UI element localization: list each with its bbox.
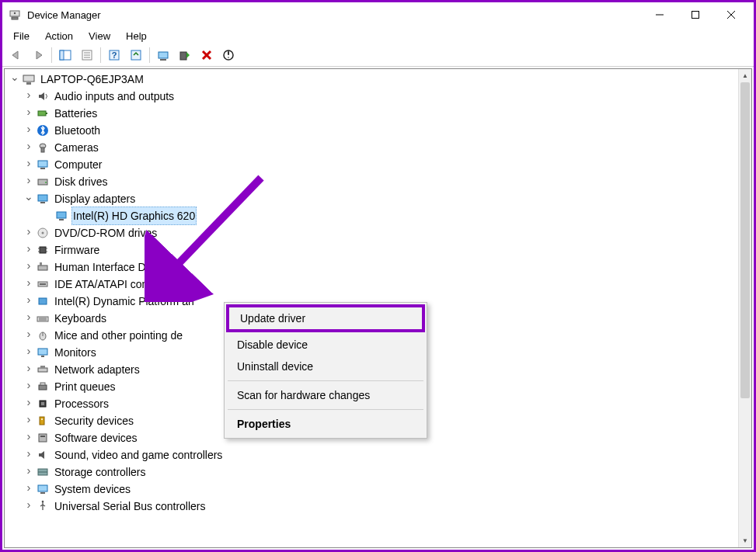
tree-label: Sound, video and game controllers (53, 446, 224, 463)
expand-toggle[interactable] (23, 189, 34, 208)
ctx-update-driver[interactable]: Update driver (229, 307, 422, 329)
svg-rect-69 (38, 485, 47, 491)
tree-item-dvd[interactable]: DVD/CD-ROM drives (5, 224, 738, 241)
svg-rect-63 (40, 417, 44, 425)
disable-device-button[interactable] (219, 46, 238, 64)
svg-text:?: ? (112, 50, 117, 60)
forward-button[interactable] (29, 46, 47, 64)
dvd-icon (36, 226, 50, 240)
svg-rect-4 (692, 12, 699, 19)
tree-label: DVD/CD-ROM drives (53, 224, 159, 241)
tree-item-diskdrives[interactable]: Disk drives (5, 173, 738, 190)
svg-rect-49 (39, 298, 47, 304)
tree-item-system[interactable]: System devices (5, 481, 738, 498)
ctx-scan-hardware[interactable]: Scan for hardware changes (226, 384, 425, 406)
expand-toggle[interactable] (23, 480, 34, 498)
tree-label: Cameras (53, 139, 100, 156)
tree-item-cameras[interactable]: Cameras (5, 139, 738, 156)
expand-toggle[interactable] (23, 343, 34, 362)
tree-item-storage[interactable]: Storage controllers (5, 463, 738, 481)
expand-toggle[interactable] (9, 70, 20, 89)
expand-toggle[interactable] (23, 360, 34, 379)
tree-item-sound[interactable]: Sound, video and game controllers (5, 446, 738, 463)
tree-item-display-adapters[interactable]: Display adapters (5, 190, 738, 207)
uninstall-device-button[interactable] (197, 46, 216, 64)
tree-item-hid[interactable]: Human Interface Devices (5, 259, 738, 276)
ctx-properties[interactable]: Properties (226, 413, 425, 435)
toolbar: ? (2, 44, 754, 66)
expand-toggle[interactable] (23, 138, 34, 157)
app-icon (9, 9, 21, 21)
tree-item-usb[interactable]: Universal Serial Bus controllers (5, 498, 738, 515)
scroll-thumb[interactable] (740, 82, 750, 398)
expand-toggle[interactable] (23, 172, 34, 191)
tree-label: IDE ATA/ATAPI controllers (53, 276, 182, 293)
svg-rect-60 (40, 383, 45, 385)
tree-item-audio[interactable]: Audio inputs and outputs (5, 88, 738, 105)
menu-help[interactable]: Help (118, 29, 155, 43)
expand-toggle[interactable] (23, 309, 34, 328)
expand-toggle[interactable] (23, 497, 34, 516)
ctx-separator (228, 380, 423, 381)
menu-view[interactable]: View (81, 29, 118, 43)
expand-toggle[interactable] (23, 87, 34, 106)
minimize-button[interactable] (642, 3, 678, 26)
expand-toggle[interactable] (23, 292, 34, 311)
expand-toggle[interactable] (23, 326, 34, 345)
expand-toggle[interactable] (23, 224, 34, 242)
expand-toggle[interactable] (23, 446, 34, 464)
ctx-uninstall-device[interactable]: Uninstall device (226, 356, 425, 377)
tree-label: Disk drives (53, 173, 109, 190)
back-button[interactable] (7, 46, 26, 64)
window-title: Device Manager (27, 9, 101, 21)
close-button[interactable] (713, 3, 749, 26)
expand-toggle[interactable] (23, 104, 34, 123)
svg-point-2 (14, 12, 16, 14)
scroll-track[interactable] (739, 82, 751, 534)
expand-toggle[interactable] (23, 394, 34, 413)
scroll-up-button[interactable]: ▲ (739, 69, 751, 82)
expand-toggle[interactable] (23, 241, 34, 259)
expand-toggle[interactable] (23, 155, 34, 174)
svg-rect-65 (39, 434, 47, 442)
update-driver-button[interactable] (154, 46, 172, 64)
svg-rect-8 (60, 50, 64, 60)
menu-action[interactable]: Action (37, 29, 81, 43)
show-hide-tree-button[interactable] (56, 46, 75, 64)
svg-rect-37 (59, 219, 64, 220)
maximize-button[interactable] (678, 3, 713, 26)
tree-item-firmware[interactable]: Firmware (5, 241, 738, 259)
ide-icon (36, 277, 50, 291)
tree-item-bluetooth[interactable]: Bluetooth (5, 122, 738, 139)
properties-button[interactable] (78, 46, 96, 64)
help-button[interactable]: ? (105, 46, 124, 64)
tree-item-intel-hd-graphics[interactable]: Intel(R) HD Graphics 620 (5, 207, 738, 224)
tree-item-ide[interactable]: IDE ATA/ATAPI controllers (5, 276, 738, 293)
svg-rect-17 (160, 59, 166, 61)
vertical-scrollbar[interactable]: ▲ ▼ (738, 69, 751, 547)
expand-toggle[interactable] (23, 377, 34, 396)
expand-toggle[interactable] (23, 429, 34, 447)
enable-device-button[interactable] (176, 46, 194, 64)
tree-label: Batteries (53, 105, 99, 122)
scan-hardware-button[interactable] (127, 46, 145, 64)
expand-toggle[interactable] (23, 121, 34, 140)
device-manager-window: Device Manager File Action View Help (0, 0, 756, 552)
expand-toggle[interactable] (23, 411, 34, 430)
scroll-down-button[interactable]: ▼ (739, 534, 751, 547)
svg-rect-35 (40, 202, 45, 203)
expand-toggle[interactable] (23, 463, 34, 481)
hid-icon (36, 260, 50, 274)
expand-toggle[interactable] (23, 275, 34, 293)
svg-rect-15 (131, 50, 141, 60)
svg-rect-30 (38, 161, 47, 167)
svg-point-71 (42, 501, 44, 503)
tree-item-batteries[interactable]: Batteries (5, 105, 738, 122)
tree-label: Print queues (53, 378, 117, 395)
tree-item-computer[interactable]: Computer (5, 156, 738, 173)
mouse-icon (36, 328, 50, 342)
ctx-disable-device[interactable]: Disable device (226, 334, 425, 356)
tree-root[interactable]: LAPTOP-Q6EJP3AM (5, 71, 738, 88)
expand-toggle[interactable] (23, 258, 34, 276)
menu-file[interactable]: File (5, 29, 37, 43)
